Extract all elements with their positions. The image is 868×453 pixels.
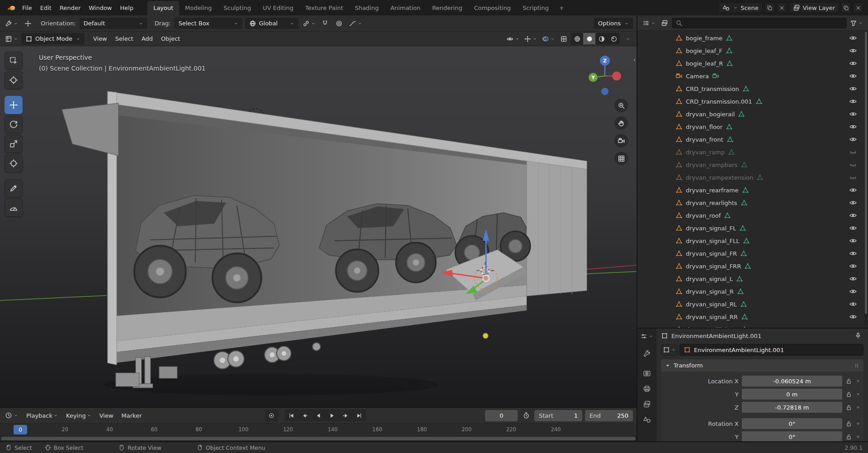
decorator-dot-icon[interactable] <box>855 434 861 439</box>
workspace-tab-modeling[interactable]: Modeling <box>179 1 217 15</box>
visibility-eye-closed-icon[interactable] <box>849 173 857 181</box>
outliner-item[interactable]: CRD_transmission.001 <box>637 95 868 108</box>
jump-end-button[interactable] <box>353 410 366 421</box>
outliner-search-input[interactable] <box>672 18 847 29</box>
orientation-dropdown[interactable]: Default <box>80 18 147 29</box>
drag-dropdown[interactable]: Select Box <box>175 18 242 29</box>
unlink-scene-button[interactable] <box>777 2 787 13</box>
frame-end-field[interactable]: End 250 <box>585 410 633 421</box>
workspace-tab-scripting[interactable]: Scripting <box>517 1 555 15</box>
add-workspace-button[interactable]: + <box>555 1 569 15</box>
outliner-item[interactable]: dryvan_floor <box>637 120 868 133</box>
shading-wireframe-button[interactable] <box>571 33 583 44</box>
play-reverse-button[interactable] <box>312 410 326 421</box>
view-layer-selector[interactable]: View Layer <box>789 2 839 13</box>
prev-keyframe-button[interactable] <box>298 410 312 421</box>
visibility-eye-icon[interactable] <box>849 72 857 80</box>
visibility-eye-icon[interactable] <box>849 262 857 270</box>
remove-view-layer-button[interactable] <box>853 2 863 13</box>
outliner-item[interactable]: dryvan_rearframe <box>637 184 868 196</box>
outliner-filter-dropdown[interactable] <box>849 17 864 29</box>
proportional-falloff-dropdown[interactable] <box>348 18 363 29</box>
visibility-eye-closed-icon[interactable] <box>849 161 857 169</box>
visibility-eye-icon[interactable] <box>849 249 857 257</box>
menu-edit[interactable]: Edit <box>36 0 56 15</box>
proportional-editing-toggle[interactable] <box>334 18 345 29</box>
next-keyframe-button[interactable] <box>339 410 353 421</box>
lock-open-icon[interactable] <box>845 391 852 398</box>
outliner-item[interactable]: dryvan_signal_FL <box>637 222 868 234</box>
new-scene-button[interactable] <box>764 2 775 13</box>
properties-tab-scene[interactable] <box>639 412 655 427</box>
workspace-tab-texture-paint[interactable]: Texture Paint <box>299 1 349 15</box>
new-view-layer-button[interactable] <box>841 2 851 13</box>
outliner-item[interactable]: dryvan_front <box>637 133 868 146</box>
workspace-tab-animation[interactable]: Animation <box>385 1 426 15</box>
play-button[interactable] <box>326 410 339 421</box>
visibility-eye-icon[interactable] <box>849 313 857 321</box>
visibility-eye-icon[interactable] <box>849 211 857 219</box>
outliner-item[interactable]: dryvan_signal_FR <box>637 247 868 260</box>
properties-tab-view-layer[interactable] <box>639 397 655 411</box>
use-preview-range-toggle[interactable] <box>520 410 532 421</box>
lock-open-icon[interactable] <box>845 420 852 427</box>
pan-button[interactable] <box>614 116 628 130</box>
active-tool-dropdown[interactable] <box>4 18 19 29</box>
menu-file[interactable]: File <box>18 0 36 15</box>
outliner-item[interactable]: dryvan_ramp <box>637 146 868 158</box>
jump-start-button[interactable] <box>285 410 298 421</box>
tool-cursor[interactable] <box>5 71 23 89</box>
viewport-menu-view[interactable]: View <box>89 32 111 46</box>
shading-dropdown[interactable] <box>622 33 633 44</box>
workspace-tab-sculpting[interactable]: Sculpting <box>217 1 257 15</box>
browse-object-dropdown[interactable] <box>661 344 678 356</box>
visibility-eye-icon[interactable] <box>849 85 857 93</box>
zoom-button[interactable] <box>614 99 628 112</box>
outliner-item[interactable]: dryvan_signal_FRR <box>637 260 868 272</box>
tool-scale[interactable] <box>5 135 23 153</box>
property-value-field[interactable]: -0.72818 m <box>742 402 842 413</box>
menu-render[interactable]: Render <box>56 0 85 15</box>
time-ruler[interactable]: 0 20406080100120140160180200220240 <box>0 423 637 436</box>
property-value-field[interactable]: 0 m <box>742 389 842 400</box>
outliner-item[interactable]: dryvan_rampextension <box>637 171 868 184</box>
workspace-tab-uv-editing[interactable]: UV Editing <box>257 1 299 15</box>
visibility-eye-icon[interactable] <box>849 199 857 207</box>
outliner-display-mode-dropdown[interactable] <box>659 17 670 29</box>
transform-orientation-dropdown[interactable]: Global <box>245 18 298 29</box>
current-frame-field[interactable]: 0 <box>485 410 518 421</box>
outliner-item[interactable]: Camera <box>637 70 868 82</box>
visibility-eye-icon[interactable] <box>849 325 857 328</box>
outliner-item[interactable]: dryvan_bogierail <box>637 108 868 120</box>
tool-select-box[interactable] <box>5 52 23 70</box>
overlays-dropdown[interactable] <box>540 33 556 44</box>
transform-panel-header[interactable]: Transform <box>661 359 863 372</box>
mode-dropdown[interactable]: Object Mode <box>21 33 85 44</box>
visibility-eye-icon[interactable] <box>849 59 857 67</box>
property-value-field[interactable]: -0.060524 m <box>742 376 842 386</box>
decorator-dot-icon[interactable] <box>855 378 861 384</box>
visibility-eye-icon[interactable] <box>849 287 857 296</box>
outliner-scrollbar[interactable] <box>864 32 868 326</box>
scene-3d[interactable] <box>0 46 637 407</box>
decorator-dot-icon[interactable] <box>855 405 861 410</box>
visibility-eye-icon[interactable] <box>849 97 857 105</box>
frame-start-field[interactable]: Start 1 <box>534 410 582 421</box>
viewport-menu-select[interactable]: Select <box>111 32 137 46</box>
outliner-item[interactable]: CRD_transmission <box>637 82 868 95</box>
outliner-item[interactable]: dryvan_signal_RR <box>637 310 868 323</box>
visibility-eye-closed-icon[interactable] <box>849 148 857 156</box>
lock-open-icon[interactable] <box>845 378 852 385</box>
shading-rendered-button[interactable] <box>608 33 620 44</box>
visibility-eye-icon[interactable] <box>849 110 857 118</box>
workspace-tab-shading[interactable]: Shading <box>349 1 385 15</box>
visibility-eye-icon[interactable] <box>849 47 857 55</box>
gizmos-dropdown[interactable] <box>523 33 538 44</box>
object-name-field[interactable]: EnvironmentAmbientLight.001 <box>679 344 863 356</box>
timeline-editor-type-dropdown[interactable] <box>4 410 19 421</box>
camera-view-button[interactable] <box>614 134 628 148</box>
outliner-editor-type-dropdown[interactable] <box>641 17 657 29</box>
toggle-ortho-button[interactable] <box>614 152 628 165</box>
visibility-eye-icon[interactable] <box>849 224 857 232</box>
decorator-dot-icon[interactable] <box>855 421 861 426</box>
